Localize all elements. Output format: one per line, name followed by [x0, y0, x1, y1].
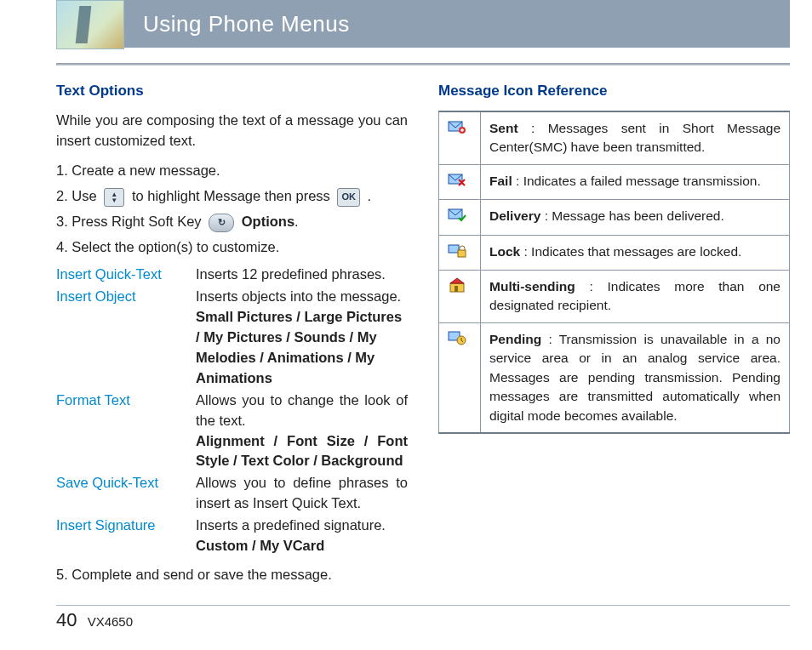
delivery-icon — [448, 207, 466, 222]
opt-insert-object-desc-text: Inserts objects into the message. — [196, 288, 401, 304]
sep: : — [512, 174, 523, 188]
step-3-text-c: . — [294, 214, 299, 229]
pending-term: Pending — [489, 332, 541, 346]
step-4: 4. Select the option(s) to customize. — [56, 237, 408, 258]
left-column: Text Options While you are composing the… — [56, 77, 408, 590]
svg-marker-7 — [450, 278, 464, 283]
opt-save-quicktext-desc: Allows you to define phrases to insert a… — [196, 473, 408, 514]
options-list: Insert Quick-Text Inserts 12 predefined … — [56, 265, 408, 556]
header-title: Using Phone Menus — [124, 0, 790, 48]
right-column: Message Icon Reference Sent : Messages s… — [438, 77, 790, 590]
opt-insert-object-desc-bold: Small Pictures / Large Pictures / My Pic… — [196, 309, 402, 385]
lock-icon — [448, 242, 466, 258]
opt-format-text-label: Format Text — [56, 391, 196, 472]
sep: : — [541, 332, 559, 346]
nav-key-icon: ▲▼ — [104, 188, 124, 207]
soft-key-icon: ↻ — [209, 214, 234, 232]
table-row: Sent : Messages sent in Short Message Ce… — [439, 111, 790, 164]
sent-desc: Sent : Messages sent in Short Message Ce… — [481, 111, 790, 164]
sent-icon — [448, 119, 466, 134]
lock-desc: Lock : Indicates that messages are locke… — [481, 235, 790, 270]
fail-desc: Fail : Indicates a failed message transm… — [481, 164, 790, 199]
icon-ref-heading: Message Icon Reference — [438, 81, 790, 102]
delivery-text: Message has been delivered. — [552, 208, 724, 223]
header-rule — [56, 63, 790, 66]
multi-term: Multi-sending — [489, 279, 575, 294]
opt-insert-object-label: Insert Object — [56, 287, 196, 389]
step-2: 2. Use ▲▼ to highlight Message then pres… — [56, 186, 408, 207]
sep: : — [540, 208, 552, 223]
opt-insert-signature-desc: Inserts a predefined signature. Custom /… — [196, 516, 408, 556]
pending-desc: Pending : Transmission is unavailable in… — [481, 322, 790, 433]
step-1: 1. Create a new message. — [56, 161, 408, 181]
table-row: Delivery : Message has been delivered. — [439, 200, 790, 235]
sep: : — [575, 279, 608, 294]
step-5: 5. Complete and send or save the message… — [56, 565, 408, 585]
manual-page: Using Phone Menus Text Options While you… — [0, 0, 812, 650]
table-row: Lock : Indicates that messages are locke… — [439, 235, 790, 270]
page-header: Using Phone Menus — [56, 0, 790, 48]
fail-term: Fail — [489, 174, 512, 188]
delivery-term: Delivery — [489, 208, 540, 223]
step-2-text-a: 2. Use — [56, 188, 100, 203]
svg-rect-4 — [449, 245, 459, 253]
multi-desc: Multi-sending : Indicates more than one … — [481, 270, 790, 322]
sep: : — [520, 244, 531, 259]
table-row: Pending : Transmission is unavailable in… — [439, 322, 790, 433]
footer-rule — [56, 605, 790, 606]
opt-save-quicktext-label: Save Quick-Text — [56, 473, 196, 514]
sent-term: Sent — [489, 121, 518, 135]
page-number: 40 — [56, 609, 77, 630]
icon-ref-table: Sent : Messages sent in Short Message Ce… — [438, 111, 790, 435]
svg-rect-8 — [455, 286, 458, 292]
text-options-heading: Text Options — [56, 81, 408, 102]
svg-rect-5 — [458, 250, 466, 257]
multi-icon — [448, 277, 466, 293]
opt-insert-object-desc: Inserts objects into the message. Small … — [196, 287, 408, 389]
pending-icon — [448, 330, 466, 345]
lock-term: Lock — [489, 244, 520, 259]
model-number: VX4650 — [88, 614, 133, 629]
opt-insert-signature-desc-bold: Custom / My VCard — [196, 538, 324, 553]
table-row: Multi-sending : Indicates more than one … — [439, 270, 790, 322]
opt-insert-quicktext-desc: Inserts 12 predefined phrases. — [196, 265, 408, 285]
fail-text: Indicates a failed message transmission. — [523, 174, 761, 188]
step-3: 3. Press Right Soft Key ↻ Options. — [56, 212, 408, 232]
header-image — [56, 0, 124, 49]
opt-format-text-desc-bold: Alignment / Font Size / Font Style / Tex… — [196, 433, 408, 469]
opt-insert-quicktext-label: Insert Quick-Text — [56, 265, 196, 285]
table-row: Fail : Indicates a failed message transm… — [439, 164, 790, 199]
delivery-desc: Delivery : Message has been delivered. — [481, 200, 790, 235]
opt-insert-signature-desc-text: Inserts a predefined signature. — [196, 517, 386, 533]
step-3-bold: Options — [242, 214, 294, 229]
step-2-text-c: . — [368, 188, 372, 203]
opt-insert-signature-label: Insert Signature — [56, 516, 196, 556]
step-2-text-b: to highlight Message then press — [132, 188, 335, 203]
text-options-intro: While you are composing the text of a me… — [56, 111, 408, 151]
ok-key-icon: OK — [337, 188, 360, 207]
page-footer: 40 VX4650 — [56, 609, 133, 631]
opt-format-text-desc-text: Allows you to change the look of the tex… — [196, 392, 408, 428]
sep: : — [518, 121, 548, 135]
step-3-text-a: 3. Press Right Soft Key — [56, 214, 205, 229]
fail-icon — [448, 172, 466, 187]
lock-text: Indicates that messages are locked. — [531, 244, 741, 259]
opt-format-text-desc: Allows you to change the look of the tex… — [196, 391, 408, 472]
